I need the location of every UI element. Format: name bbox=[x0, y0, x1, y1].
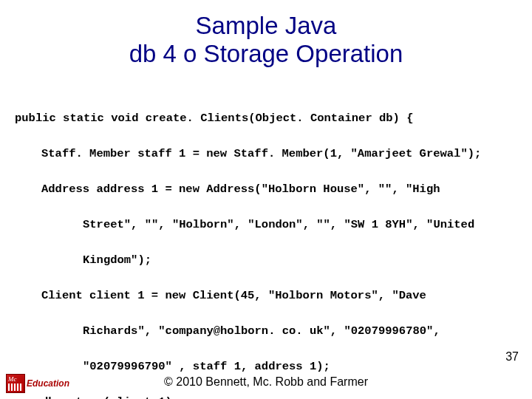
publisher-logo: Education bbox=[6, 374, 69, 393]
code-line: Address address 1 = new Address("Holborn… bbox=[15, 180, 517, 198]
mcgraw-hill-icon bbox=[6, 374, 25, 393]
code-line: "02079996790" , staff 1, address 1); bbox=[15, 358, 517, 375]
code-line: Kingdom"); bbox=[15, 251, 517, 269]
code-line: Client client 1 = new Client(45, "Holbor… bbox=[15, 287, 517, 304]
code-block: public static void create. Clients(Objec… bbox=[0, 68, 532, 399]
code-line: Staff. Member staff 1 = new Staff. Membe… bbox=[15, 145, 517, 163]
code-line: Richards", "company@holborn. co. uk", "0… bbox=[15, 322, 517, 340]
slide-title: Sample Java db 4 o Storage Operation bbox=[0, 0, 532, 68]
page-number: 37 bbox=[505, 350, 519, 364]
copyright-text: © 2010 Bennett, Mc. Robb and Farmer bbox=[0, 375, 532, 389]
code-line: public static void create. Clients(Objec… bbox=[15, 109, 517, 127]
title-line-1: Sample Java bbox=[196, 12, 337, 39]
code-line: Street", "", "Holborn", "London", "", "S… bbox=[15, 216, 517, 233]
title-line-2: db 4 o Storage Operation bbox=[129, 40, 403, 67]
logo-label: Education bbox=[27, 378, 69, 389]
code-line: db. store(client 1); bbox=[15, 393, 517, 399]
